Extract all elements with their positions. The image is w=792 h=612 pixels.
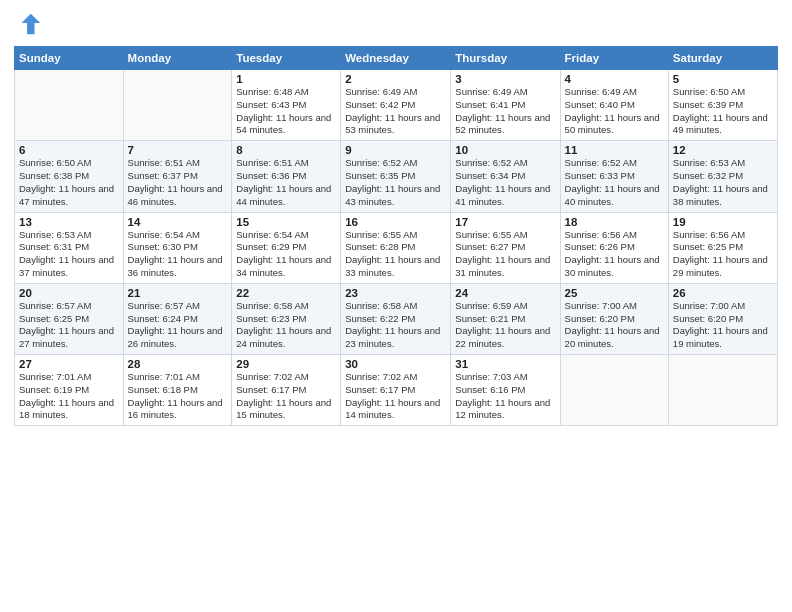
day-number: 2 bbox=[345, 73, 446, 85]
day-number: 13 bbox=[19, 216, 119, 228]
calendar-cell: 14Sunrise: 6:54 AM Sunset: 6:30 PM Dayli… bbox=[123, 212, 232, 283]
calendar-cell: 18Sunrise: 6:56 AM Sunset: 6:26 PM Dayli… bbox=[560, 212, 668, 283]
day-info: Sunrise: 7:00 AM Sunset: 6:20 PM Dayligh… bbox=[565, 300, 664, 351]
day-number: 26 bbox=[673, 287, 773, 299]
day-info: Sunrise: 7:01 AM Sunset: 6:18 PM Dayligh… bbox=[128, 371, 228, 422]
header-day-thursday: Thursday bbox=[451, 47, 560, 70]
calendar-cell: 7Sunrise: 6:51 AM Sunset: 6:37 PM Daylig… bbox=[123, 141, 232, 212]
day-info: Sunrise: 7:02 AM Sunset: 6:17 PM Dayligh… bbox=[236, 371, 336, 422]
day-number: 19 bbox=[673, 216, 773, 228]
logo-icon bbox=[14, 10, 42, 38]
calendar-cell bbox=[560, 355, 668, 426]
calendar-cell: 24Sunrise: 6:59 AM Sunset: 6:21 PM Dayli… bbox=[451, 283, 560, 354]
day-info: Sunrise: 6:48 AM Sunset: 6:43 PM Dayligh… bbox=[236, 86, 336, 137]
day-info: Sunrise: 6:52 AM Sunset: 6:34 PM Dayligh… bbox=[455, 157, 555, 208]
header-day-friday: Friday bbox=[560, 47, 668, 70]
calendar-cell: 12Sunrise: 6:53 AM Sunset: 6:32 PM Dayli… bbox=[668, 141, 777, 212]
calendar-cell: 30Sunrise: 7:02 AM Sunset: 6:17 PM Dayli… bbox=[341, 355, 451, 426]
day-number: 6 bbox=[19, 144, 119, 156]
calendar-cell: 10Sunrise: 6:52 AM Sunset: 6:34 PM Dayli… bbox=[451, 141, 560, 212]
day-number: 23 bbox=[345, 287, 446, 299]
day-number: 16 bbox=[345, 216, 446, 228]
calendar-cell: 25Sunrise: 7:00 AM Sunset: 6:20 PM Dayli… bbox=[560, 283, 668, 354]
day-info: Sunrise: 6:56 AM Sunset: 6:26 PM Dayligh… bbox=[565, 229, 664, 280]
calendar-cell bbox=[123, 70, 232, 141]
day-number: 28 bbox=[128, 358, 228, 370]
page: SundayMondayTuesdayWednesdayThursdayFrid… bbox=[0, 0, 792, 612]
header-day-saturday: Saturday bbox=[668, 47, 777, 70]
calendar-cell: 3Sunrise: 6:49 AM Sunset: 6:41 PM Daylig… bbox=[451, 70, 560, 141]
week-row-2: 6Sunrise: 6:50 AM Sunset: 6:38 PM Daylig… bbox=[15, 141, 778, 212]
header-day-tuesday: Tuesday bbox=[232, 47, 341, 70]
calendar-cell: 8Sunrise: 6:51 AM Sunset: 6:36 PM Daylig… bbox=[232, 141, 341, 212]
day-info: Sunrise: 6:57 AM Sunset: 6:25 PM Dayligh… bbox=[19, 300, 119, 351]
calendar-cell: 22Sunrise: 6:58 AM Sunset: 6:23 PM Dayli… bbox=[232, 283, 341, 354]
week-row-3: 13Sunrise: 6:53 AM Sunset: 6:31 PM Dayli… bbox=[15, 212, 778, 283]
day-number: 5 bbox=[673, 73, 773, 85]
day-info: Sunrise: 6:58 AM Sunset: 6:23 PM Dayligh… bbox=[236, 300, 336, 351]
calendar-cell: 29Sunrise: 7:02 AM Sunset: 6:17 PM Dayli… bbox=[232, 355, 341, 426]
calendar-cell: 9Sunrise: 6:52 AM Sunset: 6:35 PM Daylig… bbox=[341, 141, 451, 212]
calendar-cell: 15Sunrise: 6:54 AM Sunset: 6:29 PM Dayli… bbox=[232, 212, 341, 283]
calendar-cell bbox=[15, 70, 124, 141]
day-info: Sunrise: 6:54 AM Sunset: 6:30 PM Dayligh… bbox=[128, 229, 228, 280]
day-info: Sunrise: 6:49 AM Sunset: 6:41 PM Dayligh… bbox=[455, 86, 555, 137]
calendar-cell: 11Sunrise: 6:52 AM Sunset: 6:33 PM Dayli… bbox=[560, 141, 668, 212]
calendar-cell bbox=[668, 355, 777, 426]
day-number: 7 bbox=[128, 144, 228, 156]
day-info: Sunrise: 6:53 AM Sunset: 6:31 PM Dayligh… bbox=[19, 229, 119, 280]
day-number: 1 bbox=[236, 73, 336, 85]
calendar-cell: 21Sunrise: 6:57 AM Sunset: 6:24 PM Dayli… bbox=[123, 283, 232, 354]
day-number: 20 bbox=[19, 287, 119, 299]
day-number: 29 bbox=[236, 358, 336, 370]
day-info: Sunrise: 7:00 AM Sunset: 6:20 PM Dayligh… bbox=[673, 300, 773, 351]
calendar-cell: 27Sunrise: 7:01 AM Sunset: 6:19 PM Dayli… bbox=[15, 355, 124, 426]
day-info: Sunrise: 6:49 AM Sunset: 6:40 PM Dayligh… bbox=[565, 86, 664, 137]
day-info: Sunrise: 6:57 AM Sunset: 6:24 PM Dayligh… bbox=[128, 300, 228, 351]
day-info: Sunrise: 6:51 AM Sunset: 6:36 PM Dayligh… bbox=[236, 157, 336, 208]
day-info: Sunrise: 6:55 AM Sunset: 6:27 PM Dayligh… bbox=[455, 229, 555, 280]
calendar-cell: 19Sunrise: 6:56 AM Sunset: 6:25 PM Dayli… bbox=[668, 212, 777, 283]
week-row-4: 20Sunrise: 6:57 AM Sunset: 6:25 PM Dayli… bbox=[15, 283, 778, 354]
calendar-cell: 4Sunrise: 6:49 AM Sunset: 6:40 PM Daylig… bbox=[560, 70, 668, 141]
day-number: 24 bbox=[455, 287, 555, 299]
calendar-cell: 13Sunrise: 6:53 AM Sunset: 6:31 PM Dayli… bbox=[15, 212, 124, 283]
calendar-cell: 28Sunrise: 7:01 AM Sunset: 6:18 PM Dayli… bbox=[123, 355, 232, 426]
calendar-cell: 16Sunrise: 6:55 AM Sunset: 6:28 PM Dayli… bbox=[341, 212, 451, 283]
day-number: 10 bbox=[455, 144, 555, 156]
day-info: Sunrise: 6:58 AM Sunset: 6:22 PM Dayligh… bbox=[345, 300, 446, 351]
day-info: Sunrise: 7:01 AM Sunset: 6:19 PM Dayligh… bbox=[19, 371, 119, 422]
day-number: 21 bbox=[128, 287, 228, 299]
day-number: 30 bbox=[345, 358, 446, 370]
calendar-cell: 26Sunrise: 7:00 AM Sunset: 6:20 PM Dayli… bbox=[668, 283, 777, 354]
week-row-1: 1Sunrise: 6:48 AM Sunset: 6:43 PM Daylig… bbox=[15, 70, 778, 141]
day-info: Sunrise: 6:56 AM Sunset: 6:25 PM Dayligh… bbox=[673, 229, 773, 280]
day-info: Sunrise: 6:50 AM Sunset: 6:38 PM Dayligh… bbox=[19, 157, 119, 208]
day-info: Sunrise: 6:55 AM Sunset: 6:28 PM Dayligh… bbox=[345, 229, 446, 280]
header bbox=[14, 10, 778, 38]
day-info: Sunrise: 7:02 AM Sunset: 6:17 PM Dayligh… bbox=[345, 371, 446, 422]
calendar-cell: 5Sunrise: 6:50 AM Sunset: 6:39 PM Daylig… bbox=[668, 70, 777, 141]
calendar: SundayMondayTuesdayWednesdayThursdayFrid… bbox=[14, 46, 778, 426]
day-number: 11 bbox=[565, 144, 664, 156]
day-info: Sunrise: 6:51 AM Sunset: 6:37 PM Dayligh… bbox=[128, 157, 228, 208]
day-number: 12 bbox=[673, 144, 773, 156]
header-day-sunday: Sunday bbox=[15, 47, 124, 70]
day-number: 4 bbox=[565, 73, 664, 85]
calendar-cell: 2Sunrise: 6:49 AM Sunset: 6:42 PM Daylig… bbox=[341, 70, 451, 141]
day-info: Sunrise: 6:54 AM Sunset: 6:29 PM Dayligh… bbox=[236, 229, 336, 280]
calendar-cell: 6Sunrise: 6:50 AM Sunset: 6:38 PM Daylig… bbox=[15, 141, 124, 212]
calendar-cell: 31Sunrise: 7:03 AM Sunset: 6:16 PM Dayli… bbox=[451, 355, 560, 426]
day-number: 9 bbox=[345, 144, 446, 156]
day-info: Sunrise: 6:49 AM Sunset: 6:42 PM Dayligh… bbox=[345, 86, 446, 137]
calendar-cell: 23Sunrise: 6:58 AM Sunset: 6:22 PM Dayli… bbox=[341, 283, 451, 354]
day-info: Sunrise: 7:03 AM Sunset: 6:16 PM Dayligh… bbox=[455, 371, 555, 422]
day-number: 22 bbox=[236, 287, 336, 299]
day-number: 3 bbox=[455, 73, 555, 85]
header-day-monday: Monday bbox=[123, 47, 232, 70]
calendar-header-row: SundayMondayTuesdayWednesdayThursdayFrid… bbox=[15, 47, 778, 70]
day-number: 15 bbox=[236, 216, 336, 228]
day-info: Sunrise: 6:59 AM Sunset: 6:21 PM Dayligh… bbox=[455, 300, 555, 351]
day-number: 17 bbox=[455, 216, 555, 228]
calendar-cell: 20Sunrise: 6:57 AM Sunset: 6:25 PM Dayli… bbox=[15, 283, 124, 354]
